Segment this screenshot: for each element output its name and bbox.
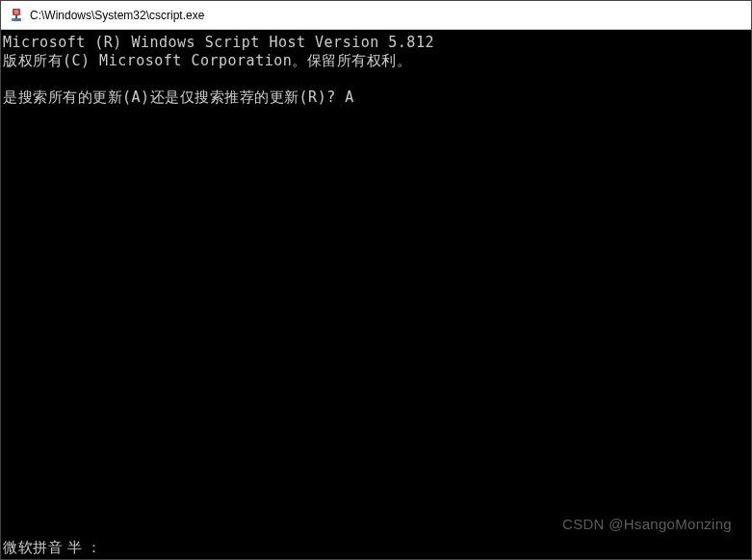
copyright-line: 版权所有(C) Microsoft Corporation。保留所有权利。	[3, 52, 749, 70]
window-title-bar[interactable]: C:\Windows\System32\cscript.exe	[1, 1, 751, 30]
blank-line	[3, 70, 749, 89]
svg-rect-1	[14, 11, 18, 12]
cscript-app-icon	[9, 8, 24, 23]
ime-status-bar: 微软拼音 半 ：	[3, 539, 101, 557]
script-host-header: Microsoft (R) Windows Script Host Versio…	[3, 34, 749, 52]
svg-point-5	[13, 18, 14, 20]
update-search-prompt: 是搜索所有的更新(A)还是仅搜索推荐的更新(R)? A	[3, 89, 749, 107]
svg-rect-2	[14, 13, 18, 13]
window-title: C:\Windows\System32\cscript.exe	[30, 9, 204, 22]
svg-rect-3	[15, 15, 17, 18]
prompt-user-input: A	[345, 89, 354, 107]
csdn-watermark: CSDN @HsangoMonzing	[562, 516, 732, 532]
svg-rect-0	[13, 9, 20, 15]
prompt-question-text: 是搜索所有的更新(A)还是仅搜索推荐的更新(R)?	[3, 89, 345, 107]
terminal-output[interactable]: Microsoft (R) Windows Script Host Versio…	[1, 30, 751, 559]
